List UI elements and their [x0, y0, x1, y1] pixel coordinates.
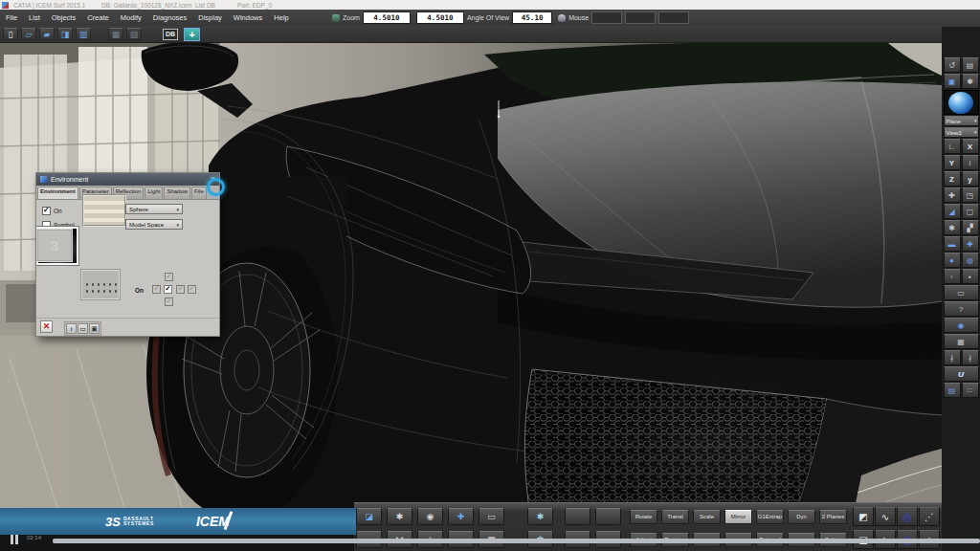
face-split-icon[interactable]: ◩: [853, 507, 874, 526]
render-light-icon[interactable]: ✱: [962, 74, 979, 89]
transform-button[interactable]: Dyn: [788, 510, 815, 524]
u-tool-icon[interactable]: U: [944, 366, 979, 382]
screen-button[interactable]: ▭: [78, 323, 88, 334]
sphere-shaded-icon[interactable]: ●: [944, 253, 961, 268]
transform-button[interactable]: Rotate: [630, 510, 657, 524]
freeze-icon[interactable]: ✱: [527, 508, 553, 525]
save-file-icon[interactable]: ▰: [39, 28, 55, 40]
control-net-icon[interactable]: ✱: [944, 220, 961, 235]
transform-icon[interactable]: ✚: [944, 187, 961, 203]
sphere-wire-icon[interactable]: ◍: [962, 253, 979, 268]
menu-item[interactable]: Diagnoses: [147, 13, 192, 22]
screen-capture-icon[interactable]: ▭: [479, 508, 504, 525]
pause-button[interactable]: [11, 533, 20, 542]
menu-item[interactable]: Display: [192, 13, 228, 22]
export-icon[interactable]: ▥: [76, 28, 91, 40]
add-db-button[interactable]: +: [184, 28, 200, 41]
light-far-checkbox[interactable]: ✓: [188, 285, 196, 294]
light-main-checkbox[interactable]: ✓: [164, 285, 172, 294]
curve-edit-icon[interactable]: ∿: [875, 507, 896, 526]
lights-thumbnail[interactable]: [80, 269, 121, 300]
light-left-checkbox[interactable]: ✓: [152, 285, 161, 294]
zoom-y-field[interactable]: 4.5010: [416, 11, 464, 24]
transform-button[interactable]: Mirror: [724, 510, 752, 524]
transform-button[interactable]: Scale: [693, 510, 721, 524]
copy-icon[interactable]: ▦: [108, 28, 123, 40]
menu-item[interactable]: List: [23, 13, 46, 22]
save-as-icon[interactable]: ◨: [57, 28, 73, 40]
axis-x-icon[interactable]: X: [962, 139, 979, 154]
small-tool-b-icon[interactable]: ▪: [962, 269, 979, 284]
separator[interactable]: [145, 28, 156, 40]
view-rotate-icon[interactable]: ↺: [944, 57, 961, 73]
blue-wedge-icon[interactable]: ◢: [944, 204, 961, 219]
menu-item[interactable]: Modify: [115, 13, 147, 22]
light-right-checkbox[interactable]: ✓: [176, 285, 185, 294]
angle-of-view-field[interactable]: 45.10: [512, 11, 552, 24]
transform-button[interactable]: Transl: [661, 510, 689, 524]
transform-button[interactable]: G1Extrap: [756, 510, 784, 524]
menu-item[interactable]: Windows: [228, 13, 268, 22]
surface-arrow-icon[interactable]: ◳: [962, 187, 979, 203]
dialog-tab[interactable]: Light: [145, 187, 163, 199]
dialog-title-bar[interactable]: Environment ×: [36, 173, 219, 186]
move-dots-icon[interactable]: ∷: [962, 383, 979, 398]
space-select[interactable]: Model Space: [125, 219, 183, 230]
probe-b-icon[interactable]: ∤: [962, 350, 979, 365]
link-star-icon[interactable]: ✱: [387, 508, 412, 525]
menu-item[interactable]: Create: [81, 13, 115, 22]
menu-item[interactable]: Objects: [46, 13, 81, 22]
dialog-tab[interactable]: Shadow: [164, 187, 190, 199]
shaded-sphere-button[interactable]: [944, 90, 979, 115]
eye-visibility-icon[interactable]: ◉: [417, 508, 443, 525]
axis-z-icon[interactable]: Z: [944, 171, 961, 187]
dialog-tab[interactable]: File: [191, 187, 207, 199]
display-cube-icon[interactable]: ▣: [944, 74, 961, 89]
curve-points-icon[interactable]: ⋰: [919, 507, 940, 526]
sheet-copy-icon[interactable]: ▢: [962, 204, 979, 219]
help-figures-icon[interactable]: ?: [944, 301, 979, 317]
dialog-tab[interactable]: Environment: [37, 187, 78, 199]
mouse-field[interactable]: [658, 11, 689, 24]
plane-select[interactable]: Plane: [944, 116, 979, 126]
light-top-checkbox[interactable]: ✓: [165, 273, 173, 281]
axis-y2-icon[interactable]: y: [962, 171, 979, 187]
axis-y-icon[interactable]: Y: [944, 155, 961, 170]
material-globe-icon[interactable]: ◉: [944, 318, 979, 333]
env-type-select[interactable]: Sphere: [125, 204, 183, 214]
paste-icon[interactable]: ▨: [126, 28, 142, 40]
env-thumb-4[interactable]: 3: [36, 229, 73, 262]
orbit-target-icon[interactable]: ◎: [897, 507, 918, 526]
on-checkbox[interactable]: [42, 207, 51, 215]
separator[interactable]: [94, 28, 105, 40]
mouse-field[interactable]: [625, 11, 656, 24]
blank-button[interactable]: [565, 508, 590, 525]
projector-icon[interactable]: ▦: [944, 334, 979, 349]
mouse-field[interactable]: [591, 11, 622, 24]
light-bottom-checkbox[interactable]: ✓: [165, 298, 173, 306]
remove-icon[interactable]: ▬: [944, 236, 961, 252]
spray-icon[interactable]: ▞: [962, 220, 979, 235]
small-tool-a-icon[interactable]: ▫: [944, 269, 961, 284]
menu-item[interactable]: Help: [268, 13, 294, 22]
axis-zx-icon[interactable]: ∟: [944, 139, 961, 154]
surface-patch-icon[interactable]: ▤: [962, 57, 979, 73]
zoom-x-field[interactable]: 4.5010: [363, 11, 411, 24]
display-button[interactable]: ▣: [89, 323, 100, 334]
menu-item[interactable]: File: [0, 13, 23, 22]
db-button[interactable]: DB: [163, 29, 178, 40]
cancel-button[interactable]: ✕: [40, 320, 53, 333]
info-icon[interactable]: i: [962, 155, 979, 170]
add-icon[interactable]: ✚: [962, 236, 979, 252]
patch-tool-icon[interactable]: ◪: [356, 508, 382, 525]
video-progress-bar[interactable]: [53, 539, 980, 543]
notes-icon[interactable]: ▤: [944, 383, 961, 398]
open-file-icon[interactable]: ▱: [21, 28, 36, 40]
info-button[interactable]: i: [66, 323, 77, 334]
view-select[interactable]: View2: [944, 127, 979, 138]
transform-button[interactable]: 2 Planes: [819, 510, 847, 524]
new-file-icon[interactable]: ▯: [3, 28, 18, 40]
mannequin-icon[interactable]: ✚: [448, 508, 474, 525]
screen-layout-icon[interactable]: ▭: [944, 285, 979, 300]
probe-a-icon[interactable]: ∤: [944, 350, 961, 365]
